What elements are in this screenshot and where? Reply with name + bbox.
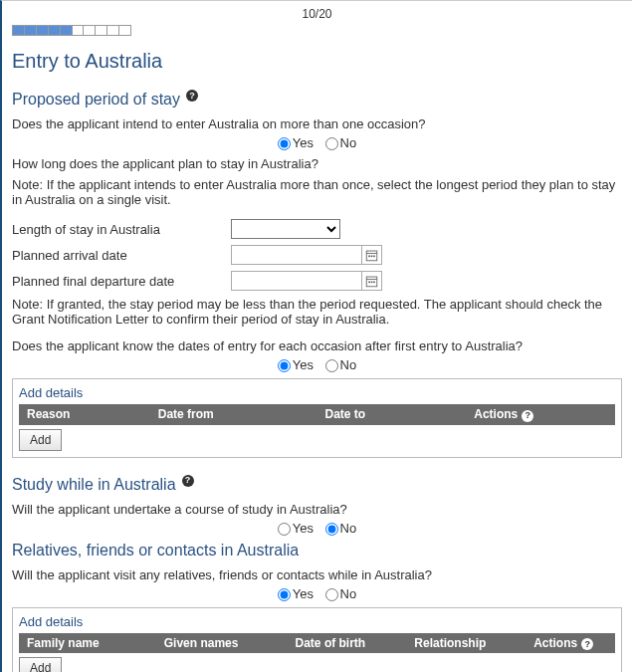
calendar-icon[interactable]	[361, 246, 381, 264]
section-study-heading: Study while in Australia ?	[12, 476, 622, 494]
radio-study-yes-input[interactable]	[278, 523, 291, 536]
pager-text: 10/20	[12, 7, 622, 21]
label-yes: Yes	[293, 135, 314, 150]
question-how-long: How long does the applicant plan to stay…	[12, 156, 622, 171]
question-know-dates: Does the applicant know the dates of ent…	[12, 338, 622, 353]
progress-seg	[49, 26, 61, 35]
section-relatives-label: Relatives, friends or contacts in Austra…	[12, 542, 299, 560]
note-grant: Note: If granted, the stay period may be…	[12, 297, 622, 327]
progress-seg	[37, 26, 49, 35]
col-date-to: Date to	[316, 404, 466, 425]
radio-know-dates: Yes No	[12, 357, 622, 372]
label-yes: Yes	[293, 521, 314, 536]
question-study: Will the applicant undertake a course of…	[12, 502, 622, 517]
col-relationship: Relationship	[406, 633, 526, 654]
details-table-occasions: Reason Date from Date to Actions?	[19, 404, 615, 425]
question-multi-occasion: Does the applicant intend to enter Austr…	[12, 116, 622, 131]
radio-know-yes-input[interactable]	[278, 359, 291, 372]
progress-seg	[25, 26, 37, 35]
section-proposed-heading: Proposed period of stay ?	[12, 91, 622, 109]
label-yes: Yes	[293, 586, 314, 601]
radio-study: Yes No	[12, 521, 622, 536]
col-given: Given names	[156, 633, 288, 654]
progress-seg	[96, 26, 107, 35]
progress-seg	[84, 26, 96, 35]
radio-relatives-yes-input[interactable]	[278, 588, 291, 601]
radio-multi-no-input[interactable]	[325, 137, 338, 150]
field-arrival-date: Planned arrival date	[12, 245, 622, 265]
progress-seg	[119, 26, 130, 35]
help-icon[interactable]: ?	[182, 475, 194, 487]
col-reason: Reason	[19, 404, 150, 425]
arrival-date-wrap	[231, 245, 382, 265]
svg-rect-9	[373, 281, 375, 283]
col-actions-label: Actions	[474, 407, 518, 421]
details-title: Add details	[19, 614, 615, 629]
details-title: Add details	[19, 385, 615, 400]
departure-date-input[interactable]	[232, 272, 361, 290]
departure-label: Planned final departure date	[12, 274, 231, 289]
field-departure-date: Planned final departure date	[12, 271, 622, 291]
radio-multi-occasion: Yes No	[12, 135, 622, 150]
section-study-label: Study while in Australia	[12, 476, 176, 494]
radio-know-yes[interactable]: Yes	[278, 357, 314, 372]
col-date-from: Date from	[150, 404, 317, 425]
radio-multi-yes[interactable]: Yes	[278, 135, 314, 150]
help-icon[interactable]: ?	[522, 410, 533, 422]
page-container: 10/20 Entry to Australia Proposed period…	[0, 0, 632, 672]
section-relatives-heading: Relatives, friends or contacts in Austra…	[12, 542, 622, 560]
label-no: No	[340, 357, 357, 372]
progress-seg	[73, 26, 85, 35]
arrival-date-input[interactable]	[232, 246, 361, 264]
radio-multi-no[interactable]: No	[325, 135, 357, 150]
label-yes: Yes	[293, 357, 314, 372]
radio-study-no-input[interactable]	[325, 523, 338, 536]
section-proposed-label: Proposed period of stay	[12, 91, 180, 109]
progress-seg	[61, 26, 73, 35]
length-label: Length of stay in Australia	[12, 222, 231, 237]
radio-study-yes[interactable]: Yes	[278, 521, 314, 536]
details-box-occasions: Add details Reason Date from Date to Act…	[12, 378, 622, 458]
radio-relatives-no[interactable]: No	[325, 586, 357, 601]
radio-multi-yes-input[interactable]	[278, 137, 291, 150]
radio-study-no[interactable]: No	[325, 521, 357, 536]
label-no: No	[340, 521, 357, 536]
progress-seg	[13, 26, 25, 35]
radio-relatives-yes[interactable]: Yes	[278, 586, 314, 601]
add-button[interactable]: Add	[19, 429, 62, 451]
note-multi-visit: Note: If the applicant intends to enter …	[12, 177, 622, 207]
details-table-contacts: Family name Given names Date of birth Re…	[19, 633, 615, 654]
radio-know-no[interactable]: No	[325, 357, 357, 372]
svg-rect-3	[371, 255, 373, 257]
help-icon[interactable]: ?	[186, 90, 198, 102]
radio-know-no-input[interactable]	[325, 359, 338, 372]
svg-rect-4	[373, 255, 375, 257]
field-length-of-stay: Length of stay in Australia	[12, 219, 622, 239]
question-relatives: Will the applicant visit any relatives, …	[12, 567, 622, 582]
add-button[interactable]: Add	[19, 657, 62, 672]
calendar-icon[interactable]	[361, 272, 381, 290]
col-dob: Date of birth	[288, 633, 407, 654]
svg-rect-2	[368, 255, 370, 257]
radio-relatives-no-input[interactable]	[325, 588, 338, 601]
col-actions: Actions?	[526, 633, 615, 654]
page-title: Entry to Australia	[12, 50, 622, 73]
details-box-contacts: Add details Family name Given names Date…	[12, 607, 622, 672]
col-actions-label: Actions	[533, 636, 577, 650]
progress-bar	[12, 25, 131, 36]
radio-relatives: Yes No	[12, 586, 622, 601]
length-select[interactable]	[231, 219, 340, 239]
col-family: Family name	[19, 633, 156, 654]
label-no: No	[340, 135, 357, 150]
svg-rect-8	[371, 281, 373, 283]
label-no: No	[340, 586, 357, 601]
progress-seg	[107, 26, 119, 35]
arrival-label: Planned arrival date	[12, 248, 231, 263]
svg-rect-7	[368, 281, 370, 283]
departure-date-wrap	[231, 271, 382, 291]
help-icon[interactable]: ?	[581, 638, 593, 650]
col-actions: Actions?	[466, 404, 615, 425]
